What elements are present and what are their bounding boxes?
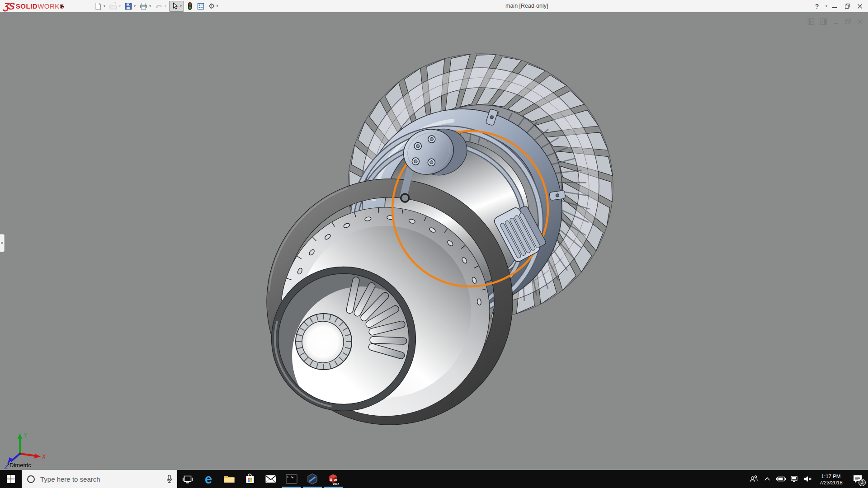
start-button[interactable] xyxy=(0,470,22,488)
taskbar-search[interactable] xyxy=(22,470,177,488)
command-prompt-icon: C:\ xyxy=(286,474,297,484)
microsoft-store-button[interactable] xyxy=(240,470,260,488)
screen: { "window": { "title": "main [Read-only]… xyxy=(0,0,868,488)
svg-text:S: S xyxy=(330,478,333,482)
pane-right-icon[interactable] xyxy=(820,18,828,25)
select-tool-button[interactable]: ▾ xyxy=(169,1,184,12)
search-input[interactable] xyxy=(40,475,166,483)
clock-date: 7/23/2018 xyxy=(815,479,847,486)
select-cursor-icon xyxy=(171,2,179,10)
clock-time: 1:17 PM xyxy=(815,473,847,479)
svg-text:W: W xyxy=(334,478,337,482)
model-canvas[interactable] xyxy=(0,13,868,470)
pane-left-icon[interactable] xyxy=(807,18,815,25)
doc-restore-icon[interactable] xyxy=(844,18,852,25)
view-orientation-label: *Dimetric xyxy=(7,462,31,469)
people-button[interactable] xyxy=(747,470,760,488)
file-explorer-icon xyxy=(223,474,235,484)
restore-icon xyxy=(844,3,850,9)
new-document-caret-icon[interactable]: ▾ xyxy=(104,4,105,8)
doc-close-icon[interactable] xyxy=(857,18,863,25)
triad-y-label: Y xyxy=(24,432,28,438)
network-icon xyxy=(790,475,799,483)
edrawings-hexagon-icon xyxy=(307,473,318,485)
jet-engine-model[interactable] xyxy=(253,54,613,434)
microphone-icon[interactable] xyxy=(166,474,173,483)
solidworks-2017-button[interactable]: S W 2017 xyxy=(323,470,344,488)
command-prompt-button[interactable]: C:\ xyxy=(281,470,302,488)
graphics-viewport[interactable]: Y X Z *Dimetric xyxy=(0,13,868,470)
notification-badge: 3 xyxy=(859,479,866,486)
help-caret-icon[interactable]: ▾ xyxy=(826,4,827,8)
inner-splined-ring xyxy=(296,314,352,370)
options-caret-icon[interactable]: ▾ xyxy=(216,4,218,8)
edrawings-button[interactable] xyxy=(302,470,323,488)
open-document-icon xyxy=(109,2,118,10)
feature-manager-tab-dot-icon xyxy=(1,242,3,244)
toolbar-separator xyxy=(69,1,69,11)
feature-manager-collapsed-tab[interactable] xyxy=(0,234,5,252)
print-caret-icon[interactable]: ▾ xyxy=(149,4,151,8)
network-button[interactable] xyxy=(788,470,801,488)
chevron-up-icon xyxy=(764,477,770,481)
new-document-button[interactable]: ▾ xyxy=(93,1,106,12)
standard-toolbar: ▾ ▾ ▾ ▾ ▾ ▾ ⚙ ▾ xyxy=(93,0,221,12)
solidworks-2017-icon: S W 2017 xyxy=(327,473,340,485)
save-caret-icon[interactable]: ▾ xyxy=(134,4,136,8)
display-pane-icon xyxy=(197,2,205,10)
save-icon xyxy=(124,2,132,10)
minimize-button[interactable] xyxy=(829,1,840,11)
people-icon xyxy=(749,475,758,483)
mail-button[interactable] xyxy=(260,470,281,488)
options-gear-icon: ⚙ xyxy=(208,3,215,10)
windows-logo-icon xyxy=(6,474,15,483)
rebuild-traffic-light-icon xyxy=(187,2,193,10)
battery-charging-icon xyxy=(775,476,786,482)
cortana-icon xyxy=(27,475,35,483)
undo-icon xyxy=(155,2,163,10)
edge-icon: e xyxy=(205,473,212,485)
doc-minimize-icon[interactable] xyxy=(833,18,840,25)
solidworks-logo: ƷS SOLIDWORKS xyxy=(4,0,64,12)
system-tray: 1:17 PM 7/23/2018 3 xyxy=(747,470,868,488)
close-icon xyxy=(857,4,863,9)
titlebar: ƷS SOLIDWORKS ▶ ▾ ▾ ▾ ▾ ▾ ▾ xyxy=(0,0,868,12)
undo-caret-icon: ▾ xyxy=(165,4,166,8)
solidworks-logo-bold: SOLID xyxy=(16,2,38,10)
close-button[interactable] xyxy=(854,1,865,11)
select-caret-icon[interactable]: ▾ xyxy=(180,4,182,8)
print-button[interactable]: ▾ xyxy=(138,1,152,12)
task-view-icon xyxy=(182,474,193,484)
options-button[interactable]: ⚙ ▾ xyxy=(208,1,219,12)
help-button[interactable]: ? xyxy=(811,1,822,11)
new-document-icon xyxy=(94,2,102,10)
action-center-button[interactable]: 3 xyxy=(847,470,868,488)
minimize-icon xyxy=(832,4,837,9)
save-button[interactable]: ▾ xyxy=(123,1,137,12)
rebuild-button[interactable] xyxy=(186,1,194,12)
restore-button[interactable] xyxy=(842,1,853,11)
window-title: main [Read-only] xyxy=(505,3,548,9)
undo-button: ▾ xyxy=(154,1,167,12)
tray-overflow-button[interactable] xyxy=(760,470,774,488)
svg-text:2017: 2017 xyxy=(333,483,340,485)
window-controls: ? ▾ xyxy=(811,0,865,12)
triad-x-label: X xyxy=(42,454,46,460)
solidworks-logo-glyph: ƷS xyxy=(3,1,14,12)
mail-icon xyxy=(265,474,277,483)
battery-button[interactable] xyxy=(774,470,788,488)
open-document-caret-icon: ▾ xyxy=(119,4,121,8)
display-pane-button[interactable] xyxy=(196,1,206,12)
task-view-button[interactable] xyxy=(177,470,198,488)
open-document-button[interactable]: ▾ xyxy=(108,1,122,12)
volume-muted-icon xyxy=(803,475,812,483)
file-explorer-button[interactable] xyxy=(219,470,240,488)
microsoft-store-icon xyxy=(245,474,255,484)
edge-button[interactable]: e xyxy=(198,470,219,488)
volume-button[interactable] xyxy=(801,470,815,488)
document-window-controls xyxy=(807,18,863,25)
print-icon xyxy=(139,2,148,10)
taskbar-clock[interactable]: 1:17 PM 7/23/2018 xyxy=(815,473,847,486)
windows-taskbar: e C:\ S W 2017 xyxy=(0,470,868,488)
toolbar-flyout-arrow-icon[interactable]: ▶ xyxy=(59,2,66,10)
